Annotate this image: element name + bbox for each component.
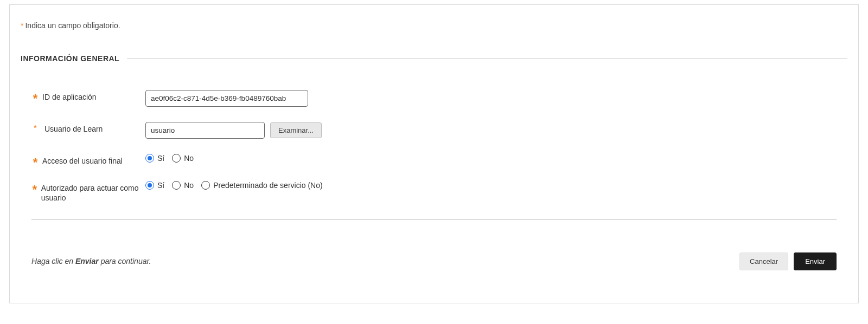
radio-label: Predeterminado de servicio (No) [213,181,323,190]
end-user-access-radio-group: Sí No [145,154,194,163]
act-as-user-default[interactable]: Predeterminado de servicio (No) [201,181,323,190]
radio-label: Sí [157,181,164,190]
form-panel: *Indica un campo obligatorio. INFORMACIÓ… [9,4,859,303]
radio-label: No [184,181,194,190]
footer-hint-strong: Enviar [75,257,99,265]
form-divider [31,219,837,220]
footer-row: Haga clic en Enviar para continuar. Canc… [21,252,847,270]
section-divider [127,59,847,59]
radio-icon [172,154,181,163]
footer-hint-suffix: para continuar. [99,257,151,265]
radio-selected-icon [145,181,154,190]
footer-hint-prefix: Haga clic en [31,257,75,265]
footer-buttons: Cancelar Enviar [739,252,837,270]
radio-label: Sí [157,154,164,163]
required-asterisk-icon: * [31,159,39,166]
required-note-text: Indica un campo obligatorio. [25,21,120,30]
field-row-learn-user: * Usuario de Learn Examinar... [31,122,837,139]
radio-icon [201,181,210,190]
label-end-user-access-text: Acceso del usuario final [42,156,123,166]
section-title: INFORMACIÓN GENERAL [21,54,119,63]
asterisk-icon: * [21,21,23,30]
learn-user-input[interactable] [145,122,265,139]
radio-icon [172,181,181,190]
end-user-access-no[interactable]: No [172,154,194,163]
field-row-end-user-access: * Acceso del usuario final Sí No [31,154,837,166]
act-as-user-yes[interactable]: Sí [145,181,164,190]
required-asterisk-icon: * [31,186,38,193]
field-row-app-id: * ID de aplicación [31,90,837,107]
footer-hint: Haga clic en Enviar para continuar. [31,257,151,265]
end-user-access-yes[interactable]: Sí [145,154,164,163]
radio-selected-icon [145,154,154,163]
required-fields-note: *Indica un campo obligatorio. [21,21,847,30]
act-as-user-radio-group: Sí No Predeterminado de servicio (No) [145,181,323,190]
field-row-act-as-user: * Autorizado para actuar como usuario Sí… [31,181,837,203]
label-act-as-user: * Autorizado para actuar como usuario [31,181,145,203]
required-asterisk-icon: * [31,95,39,102]
label-learn-user: * Usuario de Learn [31,122,145,134]
cancel-button[interactable]: Cancelar [739,252,788,270]
app-id-input[interactable] [145,90,308,107]
browse-button[interactable]: Examinar... [270,122,322,138]
radio-label: No [184,154,194,163]
submit-button[interactable]: Enviar [794,252,837,270]
label-app-id: * ID de aplicación [31,90,145,102]
label-end-user-access: * Acceso del usuario final [31,154,145,166]
act-as-user-no[interactable]: No [172,181,194,190]
label-learn-user-text: Usuario de Learn [44,124,103,134]
section-header: INFORMACIÓN GENERAL [21,54,847,63]
label-app-id-text: ID de aplicación [42,92,97,102]
label-act-as-user-text: Autorizado para actuar como usuario [41,183,145,203]
required-asterisk-icon: * [31,124,39,132]
